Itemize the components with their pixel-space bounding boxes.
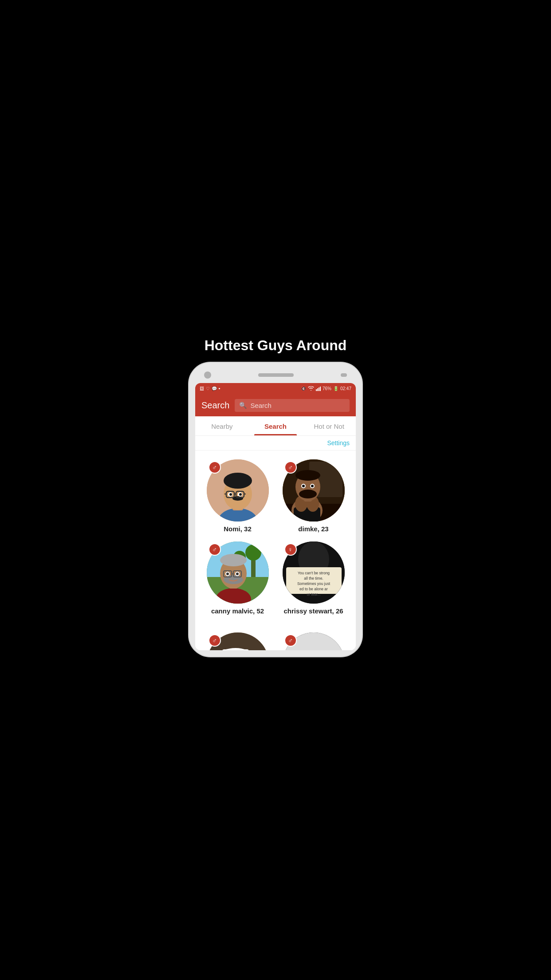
settings-link[interactable]: Settings — [327, 439, 350, 447]
svg-point-29 — [311, 485, 314, 487]
avatar-container-dimke: ♂ — [283, 459, 345, 522]
status-bar: 🖼 ♡ 💬 🔇 — [195, 383, 356, 395]
gender-badge-dimke: ♂ — [284, 461, 297, 474]
phone-top-bar — [195, 369, 356, 383]
svg-text:all the time.: all the time. — [304, 576, 323, 581]
phone-camera — [204, 371, 211, 379]
partial-user-grid: POLICE ♂ — [195, 624, 356, 650]
message-icon: 💬 — [212, 386, 217, 391]
avatar-container-6: ♂ — [283, 632, 345, 650]
svg-point-39 — [220, 554, 247, 566]
status-icons-left: 🖼 ♡ 💬 — [200, 386, 220, 391]
user-card-partial-5[interactable]: POLICE ♂ — [200, 628, 276, 650]
user-card-dimke[interactable]: ♂ dimke, 23 — [276, 455, 351, 537]
svg-text:ed to be alone ar: ed to be alone ar — [299, 587, 328, 591]
search-icon: 🔍 — [239, 402, 247, 409]
battery-icon: 🔋 — [333, 386, 338, 391]
svg-text:You can't be strong: You can't be strong — [297, 571, 329, 575]
user-card-nomi[interactable]: ♂ Nomi, 32 — [200, 455, 276, 537]
mute-icon: 🔇 — [301, 386, 306, 391]
svg-point-28 — [302, 485, 305, 487]
phone-speaker — [258, 373, 294, 377]
user-name-chrissy: chrissy stewart, 26 — [283, 607, 343, 615]
gender-badge-canny: ♂ — [209, 543, 221, 556]
gender-badge-nomi: ♂ — [209, 461, 221, 474]
heart-icon: ♡ — [206, 386, 210, 391]
svg-text:Sometimes you just: Sometimes you just — [297, 581, 330, 586]
svg-point-24 — [295, 470, 320, 481]
app-header: Search 🔍 Search — [195, 395, 356, 416]
signal-icon — [316, 387, 321, 391]
search-input-placeholder: Search — [250, 402, 272, 409]
user-name-dimke: dimke, 23 — [298, 525, 328, 533]
status-dot — [219, 388, 220, 389]
user-card-chrissy[interactable]: You can't be strong all the time. Someti… — [276, 537, 351, 619]
search-bar[interactable]: 🔍 Search — [235, 399, 350, 412]
tab-bar: Nearby Search Hot or Not — [195, 416, 356, 436]
clock: 02:47 — [340, 386, 351, 391]
tab-hot-or-not[interactable]: Hot or Not — [302, 416, 356, 435]
page-wrapper: Hottest Guys Around 🖼 ♡ 💬 🔇 — [184, 324, 367, 656]
gender-badge-chrissy: ♀ — [284, 543, 297, 556]
svg-point-46 — [226, 573, 229, 575]
svg-point-14 — [239, 493, 242, 496]
photo-icon: 🖼 — [200, 386, 204, 391]
settings-row: Settings — [195, 436, 356, 450]
user-name-canny: canny malvic, 52 — [211, 607, 264, 615]
avatar-container-nomi: ♂ — [207, 459, 269, 522]
user-name-nomi: Nomi, 32 — [224, 525, 252, 533]
avatar-container-canny: ♂ — [207, 541, 269, 604]
phone-screen: 🖼 ♡ 💬 🔇 — [195, 383, 356, 650]
avatar-container-5: POLICE ♂ — [207, 632, 269, 650]
svg-point-25 — [299, 490, 317, 498]
wifi-icon — [308, 386, 314, 391]
svg-point-13 — [229, 493, 232, 496]
user-card-canny[interactable]: ♂ canny malvic, 52 — [200, 537, 276, 619]
phone-sensor — [341, 373, 347, 377]
svg-rect-58 — [222, 649, 249, 650]
page-title: Hottest Guys Around — [196, 324, 356, 363]
gender-badge-6: ♂ — [284, 634, 297, 647]
user-card-partial-6[interactable]: ♂ — [276, 628, 351, 650]
phone-frame: 🖼 ♡ 💬 🔇 — [189, 363, 362, 656]
tab-search[interactable]: Search — [249, 416, 303, 435]
avatar-container-chrissy: You can't be strong all the time. Someti… — [283, 541, 345, 604]
battery-level: 76% — [323, 386, 331, 391]
tab-nearby[interactable]: Nearby — [195, 416, 249, 435]
svg-text:ur tear...: ur tear... — [307, 592, 320, 597]
status-icons-right: 🔇 76% 🔋 — [301, 386, 351, 391]
user-grid: ♂ Nomi, 32 — [195, 450, 356, 624]
header-title: Search — [201, 400, 229, 411]
gender-badge-5: ♂ — [209, 634, 221, 647]
svg-point-47 — [236, 573, 239, 575]
svg-point-33 — [245, 545, 261, 561]
svg-point-4 — [224, 473, 252, 489]
